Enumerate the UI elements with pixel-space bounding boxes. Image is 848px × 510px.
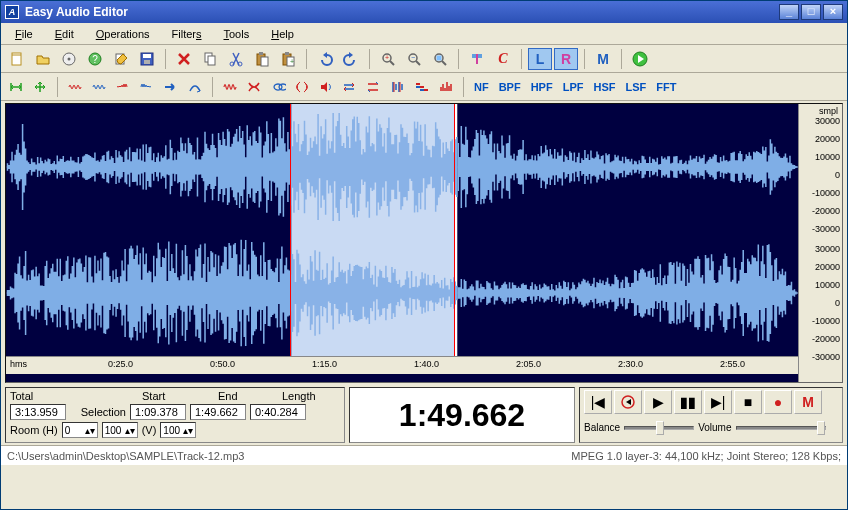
goto-start-button[interactable]: |◀	[584, 390, 612, 414]
timeline-tick: 1:15.0	[312, 359, 337, 369]
menu-help[interactable]: Help	[261, 26, 304, 42]
effect-spectrum-icon[interactable]	[435, 76, 457, 98]
effect-echo-icon[interactable]	[291, 76, 313, 98]
clear-button[interactable]: C	[491, 48, 515, 70]
filter-lsf-button[interactable]: LSF	[621, 79, 650, 95]
fade-out-icon[interactable]	[136, 76, 158, 98]
toolbar-main: ? + + − C L R M	[1, 45, 847, 73]
selection-add-button[interactable]	[29, 76, 51, 98]
effect-swap-icon[interactable]	[363, 76, 385, 98]
balance-slider[interactable]	[624, 426, 694, 430]
zoom-in-button[interactable]: +	[376, 48, 400, 70]
cut-button[interactable]	[224, 48, 248, 70]
menu-file[interactable]: File	[5, 26, 43, 42]
filter-bpf-button[interactable]: BPF	[495, 79, 525, 95]
filter-nf-button[interactable]: NF	[470, 79, 493, 95]
maximize-button[interactable]: □	[801, 4, 821, 20]
undo-button[interactable]	[313, 48, 337, 70]
record-button[interactable]: ●	[764, 390, 792, 414]
end-label: End	[218, 390, 278, 402]
save-button[interactable]	[135, 48, 159, 70]
selection-label: Selection	[70, 406, 126, 418]
timeline-tick: 2:05.0	[516, 359, 541, 369]
marker-m-button[interactable]: M	[794, 390, 822, 414]
svg-rect-7	[143, 54, 151, 58]
svg-text:+: +	[290, 58, 294, 65]
status-format: MPEG 1.0 layer-3: 44,100 kHz; Joint Ster…	[571, 450, 841, 462]
cd-button[interactable]	[57, 48, 81, 70]
paste-button[interactable]	[250, 48, 274, 70]
stop-button[interactable]: ■	[734, 390, 762, 414]
play-toolbar-button[interactable]	[628, 48, 652, 70]
redo-button[interactable]	[339, 48, 363, 70]
filter-fft-button[interactable]: FFT	[652, 79, 680, 95]
waveform-display[interactable]: hms 0:25.0 0:50.0 1:15.0 1:40.0 2:05.0 2…	[5, 103, 843, 383]
statusbar: C:\Users\admin\Desktop\SAMPLE\Track-12.m…	[1, 445, 847, 465]
pause-button[interactable]: ▮▮	[674, 390, 702, 414]
timeline[interactable]: hms 0:25.0 0:50.0 1:15.0 1:40.0 2:05.0 2…	[6, 356, 798, 374]
left-channel-button[interactable]: L	[528, 48, 552, 70]
effect-wave-icon[interactable]	[219, 76, 241, 98]
arrow-right-icon[interactable]	[160, 76, 182, 98]
effect-bars-icon[interactable]	[387, 76, 409, 98]
minimize-button[interactable]: _	[779, 4, 799, 20]
wave-red-icon[interactable]	[64, 76, 86, 98]
filter-hpf-button[interactable]: HPF	[527, 79, 557, 95]
time-display: 1:49.662	[349, 387, 575, 443]
svg-rect-8	[144, 60, 150, 64]
volume-slider[interactable]	[736, 426, 826, 430]
timeline-tick: 1:40.0	[414, 359, 439, 369]
room-h-spinner[interactable]: 0▴▾	[62, 422, 98, 438]
mono-button[interactable]: M	[591, 48, 615, 70]
delete-button[interactable]	[172, 48, 196, 70]
menu-operations[interactable]: Operations	[86, 26, 160, 42]
close-button[interactable]: ×	[823, 4, 843, 20]
filter-hsf-button[interactable]: HSF	[589, 79, 619, 95]
menu-edit[interactable]: Edit	[45, 26, 84, 42]
selection-range-button[interactable]	[5, 76, 27, 98]
effect-stagger-icon[interactable]	[411, 76, 433, 98]
help-button[interactable]: ?	[83, 48, 107, 70]
svg-text:?: ?	[92, 54, 98, 65]
fade-in-icon[interactable]	[112, 76, 134, 98]
copy-button[interactable]	[198, 48, 222, 70]
wave-blue-icon[interactable]	[88, 76, 110, 98]
svg-rect-14	[259, 52, 263, 55]
right-channel-button[interactable]: R	[554, 48, 578, 70]
amplitude-ruler: smpl 30000 20000 10000 0 -10000 -20000 -…	[798, 104, 842, 382]
timeline-tick: 2:30.0	[618, 359, 643, 369]
open-button[interactable]	[31, 48, 55, 70]
app-icon: A	[5, 5, 19, 19]
effect-cross-icon[interactable]	[243, 76, 265, 98]
room-h100-spinner[interactable]: 100▴▾	[102, 422, 138, 438]
ruler-smpl-label: smpl	[819, 106, 838, 116]
menu-filters[interactable]: Filters	[162, 26, 212, 42]
filter-lpf-button[interactable]: LPF	[559, 79, 588, 95]
zoom-selection-button[interactable]	[428, 48, 452, 70]
arrow-curve-icon[interactable]	[184, 76, 206, 98]
new-button[interactable]	[5, 48, 29, 70]
menu-tools[interactable]: Tools	[214, 26, 260, 42]
titlebar: A Easy Audio Editor _ □ ×	[1, 1, 847, 23]
stop-rewind-button[interactable]	[614, 390, 642, 414]
app-title: Easy Audio Editor	[25, 5, 779, 19]
room-v-label: (V)	[142, 424, 157, 436]
start-label: Start	[142, 390, 214, 402]
room-v-spinner[interactable]: 100▴▾	[160, 422, 196, 438]
total-value: 3:13.959	[10, 404, 66, 420]
forward-button[interactable]: ▶|	[704, 390, 732, 414]
end-value: 1:49.662	[190, 404, 246, 420]
zoom-out-button[interactable]: −	[402, 48, 426, 70]
start-value: 1:09.378	[130, 404, 186, 420]
marker-button[interactable]	[465, 48, 489, 70]
svg-rect-17	[285, 52, 289, 55]
timeline-tick: 0:25.0	[108, 359, 133, 369]
effect-sound-icon[interactable]	[315, 76, 337, 98]
edit-button[interactable]	[109, 48, 133, 70]
effect-loop-icon[interactable]	[267, 76, 289, 98]
svg-rect-10	[208, 56, 215, 65]
play-button[interactable]: ▶	[644, 390, 672, 414]
effect-reverse-icon[interactable]	[339, 76, 361, 98]
info-box: Total Start End Length 3:13.959 Selectio…	[5, 387, 345, 443]
paste-file-button[interactable]: +	[276, 48, 300, 70]
